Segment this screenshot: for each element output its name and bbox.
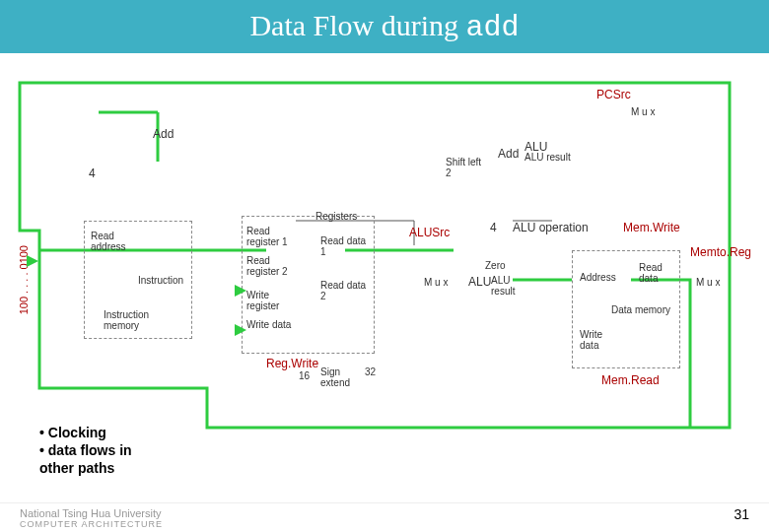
title-bar: Data Flow during add xyxy=(0,0,769,53)
dmem-readdata: Read data xyxy=(639,262,678,284)
write-data-reg: Write data xyxy=(246,319,301,330)
dmem-writedata: Write data xyxy=(580,329,619,351)
clock-tri-pc xyxy=(27,255,38,267)
mux-top: M u x xyxy=(631,107,655,117)
shift-left-2: Shift left 2 xyxy=(446,157,485,178)
title-suffix: add xyxy=(466,11,520,44)
pcsrc-signal: PCSrc xyxy=(596,88,631,101)
alu-label: ALU xyxy=(468,275,491,289)
adder-2-result: ALU result xyxy=(524,152,571,163)
memwrite-signal: Mem.Write xyxy=(623,221,680,234)
read-addr: Read address xyxy=(91,231,145,252)
bus-16: 16 xyxy=(299,370,310,381)
memread-signal: Mem.Read xyxy=(601,373,660,387)
university-name: National Tsing Hua University xyxy=(20,507,163,519)
mux-right: M u x xyxy=(696,278,720,288)
clock-tri-reg2 xyxy=(235,324,246,336)
adder-1-label: Add xyxy=(153,127,174,141)
alu-result-out: ALU result xyxy=(491,275,525,297)
alusrc-signal: ALUSrc xyxy=(409,226,450,239)
bus-32: 32 xyxy=(365,366,376,377)
read-data2: Read data 2 xyxy=(320,280,370,301)
const-4-b: 4 xyxy=(490,221,497,234)
bullet-3: other paths xyxy=(39,460,132,476)
page-number: 31 xyxy=(734,506,749,522)
instr-mem-title: Instruction memory xyxy=(104,309,173,331)
bullet-2: • data flows in xyxy=(39,442,132,458)
memtoreg-signal: Memto.Reg xyxy=(690,245,751,259)
regwrite-signal: Reg.Write xyxy=(266,357,318,370)
svg-marker-0 xyxy=(27,255,38,267)
write-reg: Write register xyxy=(246,290,301,311)
zero-label: Zero xyxy=(485,260,506,271)
dmem-address: Address xyxy=(580,272,616,283)
registers-title: Registers xyxy=(315,211,357,222)
read-data1: Read data 1 xyxy=(320,235,370,257)
aluop-signal: ALU operation xyxy=(513,221,589,234)
read-reg2: Read register 2 xyxy=(246,255,301,277)
slide-title: Data Flow during add xyxy=(249,9,519,44)
const-4-a: 4 xyxy=(89,166,96,180)
dmem-title: Data memory xyxy=(611,304,670,315)
bullet-1: • Clocking xyxy=(39,425,132,440)
read-reg1: Read register 1 xyxy=(246,226,301,247)
sign-extend: Sign extend xyxy=(320,366,360,388)
mux-mid: M u x xyxy=(424,278,448,288)
instruction-label: Instruction xyxy=(138,275,183,286)
adder-2-label: Add xyxy=(498,147,519,161)
footer: National Tsing Hua University COMPUTER A… xyxy=(0,502,769,532)
clock-tri-reg1 xyxy=(235,285,246,297)
notes: • Clocking • data flows in other paths xyxy=(39,423,132,478)
title-prefix: Data Flow during xyxy=(249,9,465,41)
dept-name: COMPUTER ARCHITECTURE xyxy=(20,519,163,529)
svg-marker-2 xyxy=(235,324,246,336)
svg-marker-1 xyxy=(235,285,246,297)
